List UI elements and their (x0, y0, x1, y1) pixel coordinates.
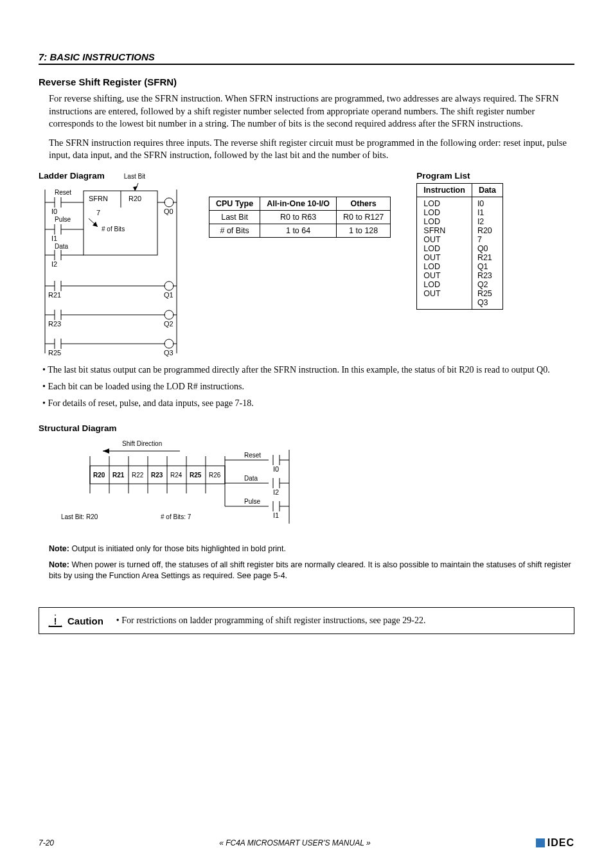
prog-cell: I1 (477, 208, 493, 217)
prog-cell: I2 (477, 217, 493, 226)
prog-cell: R25 (477, 289, 493, 298)
notes-block: Note: Output is initiated only for those… (49, 544, 574, 581)
caution-text: • For restrictions on ladder programming… (116, 616, 565, 626)
ladder-title: Ladder Diagram (39, 171, 105, 181)
prog-cell: I0 (477, 199, 493, 208)
prog-cell: LOD (423, 217, 465, 226)
prog-cell: R21 (477, 253, 493, 262)
warning-icon: ! (48, 614, 62, 627)
note-text: Output is initiated only for those bits … (71, 544, 286, 553)
struct-data: Data (244, 475, 258, 482)
cell: R21 (112, 472, 125, 479)
struct-i0: I0 (273, 465, 279, 473)
cell: R24 (170, 472, 182, 479)
ladder-lastbit-label: Last Bit (124, 173, 145, 180)
cell: R23 (151, 472, 163, 479)
ladder-i1: I1 (51, 235, 57, 242)
prog-cell: 7 (477, 235, 493, 244)
ladder-q0: Q0 (164, 208, 173, 215)
ladder-diagram-block: Ladder Diagram Last Bit SFRN R20 7 # of … (39, 171, 183, 357)
cpu-cell: Last Bit (209, 210, 260, 224)
cpu-cell: # of Bits (209, 224, 260, 237)
struct-i2: I2 (273, 488, 279, 496)
cpu-cell: R0 to R63 (260, 210, 337, 224)
program-list-block: Program List Instruction Data LOD LOD LO… (416, 171, 503, 310)
prog-th-data: Data (472, 183, 502, 197)
prog-th-instr: Instruction (417, 183, 472, 197)
cpu-table-block: CPU Type All-in-One 10-I/O Others Last B… (209, 197, 391, 238)
program-list-table: Instruction Data LOD LOD LOD SFRN OUT LO… (416, 183, 503, 310)
logo-square-icon (536, 838, 545, 847)
ladder-svg: SFRN R20 7 # of Bits Reset I0 Pulse (39, 183, 183, 357)
svg-point-39 (164, 339, 173, 348)
prog-cell: LOD (423, 208, 465, 217)
ladder-seven: 7 (96, 209, 100, 217)
cpu-row: Last Bit R0 to R63 R0 to R127 (209, 210, 391, 224)
prog-cell: Q3 (477, 298, 493, 307)
caution-box: ! Caution • For restrictions on ladder p… (39, 607, 574, 634)
chapter-header: 7: BASIC INSTRUCTIONS (39, 51, 574, 65)
struct-reset: Reset (244, 452, 261, 459)
prog-cell: SFRN (423, 226, 465, 235)
ladder-r23: R23 (48, 320, 61, 328)
paragraph-1: For reverse shifting, use the SFRN instr… (49, 93, 574, 130)
cpu-table: CPU Type All-in-One 10-I/O Others Last B… (209, 197, 391, 238)
struct-numbits: # of Bits: 7 (161, 513, 191, 520)
logo-text: IDEC (547, 837, 574, 849)
ladder-i0: I0 (51, 208, 57, 215)
cpu-cell: 1 to 64 (260, 224, 337, 237)
ladder-r25: R25 (48, 349, 61, 357)
cpu-cell: R0 to R127 (337, 210, 391, 224)
cell: R20 (93, 472, 105, 479)
prog-cell: R20 (477, 226, 493, 235)
page-title: Reverse Shift Register (SFRN) (39, 76, 574, 87)
svg-point-21 (164, 198, 173, 207)
ladder-r21: R21 (48, 291, 61, 299)
ladder-pulse: Pulse (55, 216, 71, 223)
bullet-item: For details of reset, pulse, and data in… (39, 398, 574, 409)
struct-pulse: Pulse (244, 498, 260, 505)
note-text: When power is turned off, the statuses o… (49, 560, 571, 580)
bullet-item: Each bit can be loaded using the LOD R# … (39, 381, 574, 393)
prog-cell: LOD (423, 244, 465, 253)
bullet-list: The last bit status output can be progra… (39, 364, 574, 410)
prog-cell: R23 (477, 271, 493, 280)
cpu-th-type: CPU Type (209, 197, 260, 210)
caution-label: Caution (67, 616, 103, 626)
footer-logo: IDEC (536, 837, 574, 849)
ladder-r20: R20 (129, 195, 141, 202)
ladder-q3: Q3 (164, 349, 173, 357)
program-list-title: Program List (416, 171, 503, 181)
prog-cell: OUT (423, 271, 465, 280)
prog-cell: Q1 (477, 262, 493, 271)
struct-shiftdir: Shift Direction (122, 440, 162, 447)
svg-point-33 (164, 310, 173, 319)
note-label: Note: (49, 544, 69, 553)
structural-diagram: Shift Direction R20 R21 R22 R23 R24 R25 … (51, 437, 321, 533)
prog-cell: LOD (423, 262, 465, 271)
cpu-row: # of Bits 1 to 64 1 to 128 (209, 224, 391, 237)
ladder-numbits: # of Bits (102, 226, 125, 233)
ladder-q1: Q1 (164, 291, 173, 299)
struct-lastbit: Last Bit: R20 (61, 513, 98, 520)
prog-cell: Q2 (477, 280, 493, 289)
page-footer: 7-20 « FC4A MICROSMART USER'S MANUAL » I… (39, 837, 574, 849)
ladder-sfrn: SFRN (89, 195, 108, 202)
cell: R26 (209, 472, 221, 479)
ladder-q2: Q2 (164, 320, 173, 328)
structural-title: Structural Diagram (39, 423, 574, 433)
svg-point-27 (164, 281, 173, 290)
prog-cell: OUT (423, 253, 465, 262)
prog-cell: Q0 (477, 244, 493, 253)
footer-manual: « FC4A MICROSMART USER'S MANUAL » (219, 838, 370, 847)
ladder-i2: I2 (51, 260, 57, 268)
bullet-item: The last bit status output can be progra… (39, 364, 574, 376)
prog-cell: LOD (423, 280, 465, 289)
struct-i1: I1 (273, 511, 279, 519)
cell: R22 (132, 472, 144, 479)
cell: R25 (190, 472, 202, 479)
paragraph-2: The SFRN instruction requires three inpu… (49, 137, 574, 162)
footer-page: 7-20 (39, 838, 54, 847)
ladder-data: Data (55, 243, 69, 250)
svg-marker-5 (133, 186, 138, 191)
